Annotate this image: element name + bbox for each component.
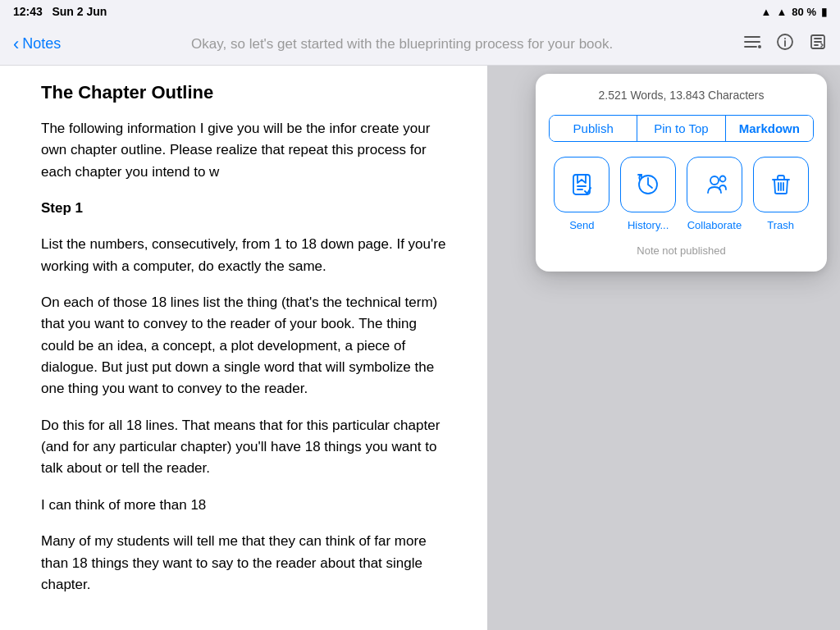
history-icon [635,171,661,198]
battery-level: 80 % [792,6,816,18]
list-icon[interactable] [743,33,761,55]
trash-label: Trash [767,219,794,231]
tab-publish[interactable]: Publish [550,116,637,141]
note-para-6: Many of my students will tell me that th… [41,531,446,596]
back-label[interactable]: Notes [22,35,61,52]
trash-icon [768,171,794,198]
back-arrow-icon: ‹ [13,35,19,53]
action-trash[interactable]: Trash [753,157,809,231]
svg-point-15 [710,176,719,185]
popup-actions: Send History... [549,157,814,231]
svg-point-6 [784,38,786,39]
right-panel: 2.521 Words, 13.843 Characters Publish P… [487,66,840,630]
send-icon [568,171,595,198]
note-para-2: List the numbers, consecutively, from 1 … [41,234,446,277]
action-collaborate[interactable]: Collaborate [687,157,742,231]
note-para-4: Do this for all 18 lines. That means tha… [41,415,446,480]
history-label: History... [628,219,669,231]
note-para-1: The following information I give you wil… [41,118,446,183]
popup-card: 2.521 Words, 13.843 Characters Publish P… [536,74,827,272]
collaborate-icon-box [687,157,742,212]
signal-icon: ▲ [776,6,787,18]
action-history[interactable]: History... [620,157,676,231]
note-para-3: On each of those 18 lines list the thing… [41,292,446,400]
wifi-icon: ▲ [761,6,772,18]
note-area[interactable]: The Chapter Outline The following inform… [0,66,487,630]
status-time-date: 12:43 Sun 2 Jun [13,5,107,18]
nav-back[interactable]: ‹ Notes [13,35,61,53]
popup-footer: Note not published [549,244,814,257]
note-step1: Step 1 [41,198,446,219]
collaborate-label: Collaborate [687,219,742,231]
tab-publish-label: Publish [573,121,614,135]
note-heading: The Chapter Outline [41,82,446,103]
action-send[interactable]: Send [554,157,609,231]
nav-title: Okay, so let's get started with the blue… [61,36,743,52]
popup-tabs: Publish Pin to Top Markdown [549,115,814,142]
svg-rect-11 [573,175,590,194]
popup-stats: 2.521 Words, 13.843 Characters [549,89,814,102]
tab-pin-to-top[interactable]: Pin to Top [637,116,725,141]
trash-icon-box [753,157,809,212]
history-icon-box [620,157,676,212]
status-date: Sun 2 Jun [52,5,107,18]
send-icon-box [554,157,609,212]
battery-icon: ▮ [821,6,827,18]
status-bar: 12:43 Sun 2 Jun ▲ ▲ 80 % ▮ [0,0,840,23]
status-right: ▲ ▲ 80 % ▮ [761,6,827,18]
send-label: Send [569,219,594,231]
status-time: 12:43 [13,5,43,18]
tab-pin-label: Pin to Top [654,121,708,135]
nav-bar: ‹ Notes Okay, so let's get started with … [0,23,840,66]
tab-markdown[interactable]: Markdown [726,116,813,141]
main-content: The Chapter Outline The following inform… [0,66,840,630]
tab-markdown-label: Markdown [739,121,800,135]
svg-point-16 [719,176,725,182]
info-icon[interactable] [776,33,794,55]
collaborate-icon [701,171,728,198]
note-para-5: I can think of more than 18 [41,495,446,516]
compose-icon[interactable] [809,33,827,55]
svg-point-3 [758,45,761,48]
nav-actions [743,33,827,55]
